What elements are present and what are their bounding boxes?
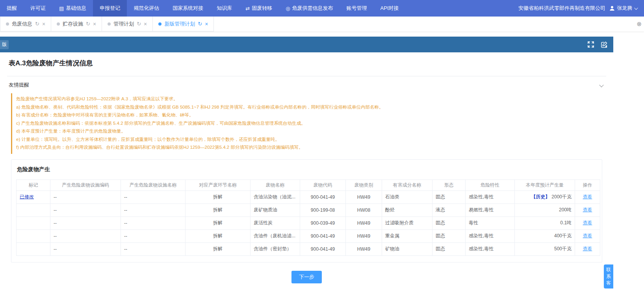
cell-waste_code: 900-039-49 xyxy=(300,216,346,229)
cell-harmful_component: 矿物油 xyxy=(382,242,432,255)
cell-harmful_component: 过滤吸附介质 xyxy=(382,216,432,229)
fullscreen-icon[interactable] xyxy=(587,41,594,48)
tab-label: 管理计划 xyxy=(113,20,134,28)
nav-item-declare-register[interactable]: 申报登记 xyxy=(93,0,127,17)
column-header: 操作 xyxy=(575,179,600,190)
cell-hazard: 感染性,毒性 xyxy=(466,242,515,255)
view-link[interactable]: 查看 xyxy=(583,246,592,251)
refresh-icon[interactable]: ↻ xyxy=(35,21,39,27)
cell-waste_category: HW49 xyxy=(346,216,382,229)
modified-link[interactable]: 已修改 xyxy=(20,194,34,200)
nav-right: 安徽省柏科洪武零部件再制造有限公司 张龙腾 xyxy=(518,0,644,17)
view-link[interactable]: 查看 xyxy=(583,220,592,226)
footer-bar: 下一步 xyxy=(0,271,613,283)
cell-mark: 已修改 xyxy=(17,190,50,203)
cell-facility_code: -- xyxy=(50,242,121,255)
cell-waste_name: 含油沾染物（油泥... xyxy=(251,190,300,203)
nav-item-label: 账号管理 xyxy=(347,5,367,12)
edit-cancel-icon[interactable] xyxy=(601,41,608,48)
cell-waste_category: HW49 xyxy=(346,190,382,203)
cell-harmful_component: 重金属 xyxy=(382,229,432,242)
cell-hazard: 感染性,毒性 xyxy=(466,190,515,203)
cell-facility_name: -- xyxy=(121,203,186,216)
cell-facility_name: -- xyxy=(121,216,186,229)
refresh-icon[interactable]: ↻ xyxy=(137,21,141,27)
basic-info-icon: ▤ xyxy=(59,6,64,11)
nav-item-account-manage[interactable]: 账号管理 xyxy=(340,0,374,17)
reminder-line: c) 产生危险废物设施名称和编码：依据本标准第 5.4.2 部分填写的生产设施名… xyxy=(16,119,603,128)
nav-item-knowledge-base[interactable]: 知识库 xyxy=(210,0,239,17)
nav-item-solid-waste-transfer[interactable]: ⇄固废转移 xyxy=(239,0,279,17)
chevron-down-icon xyxy=(634,6,638,10)
close-icon[interactable]: × xyxy=(144,21,147,27)
table-row: 已修改----拆解含油沾染物（油泥...900-041-49HW49石油类固态感… xyxy=(17,190,600,203)
nav-item-label: 规范化评估 xyxy=(134,5,159,12)
waste-table: 标记产生危险废物设施编码产生危险废物设施名称对应产废环节名称废物名称废物代码废物… xyxy=(16,179,600,256)
user-menu[interactable]: 张龙腾 xyxy=(609,5,637,12)
company-name: 安徽省柏科洪武零部件再制造有限公司 xyxy=(518,5,605,12)
cell-mark xyxy=(17,216,50,229)
nav-item-standard-eval[interactable]: 规范化评估 xyxy=(127,0,166,17)
section-title: 危险废物产生 xyxy=(16,165,597,179)
tab-manage-plan[interactable]: 管理计划↻× xyxy=(102,17,153,31)
tab-storage-facility[interactable]: 贮存设施↻× xyxy=(51,17,102,31)
qty-value: 0.1吨 xyxy=(560,220,572,226)
cell-action: 查看 xyxy=(575,190,600,203)
close-icon[interactable]: × xyxy=(205,21,208,27)
reminder-line: e) 计量单位：填写吨。以升、立方米等体积计量的，应折算成重量吨；以个数作为计量… xyxy=(16,135,603,144)
cell-facility_code: -- xyxy=(50,229,121,242)
tab-waste-info[interactable]: 危废信息↻× xyxy=(0,17,51,31)
nav-item-reminder[interactable]: 提醒 xyxy=(0,0,24,17)
refresh-icon[interactable]: ↻ xyxy=(198,21,202,27)
next-step-button[interactable]: 下一步 xyxy=(291,271,322,283)
refresh-icon[interactable]: ↻ xyxy=(86,21,90,27)
view-link[interactable]: 查看 xyxy=(583,207,592,213)
cell-stage: 拆解 xyxy=(186,203,251,216)
reminder-title: 友情提醒 xyxy=(9,81,29,89)
tab-bar: 危废信息↻×贮存设施↻×管理计划↻×新版管理计划↻× ⊗ xyxy=(0,17,644,31)
contact-service-button[interactable]: 联 系 客 xyxy=(604,264,613,288)
nav-item-label: 许可证 xyxy=(30,5,46,12)
cell-hazard: 感染性,毒性 xyxy=(466,229,515,242)
qty-value: 400千克 xyxy=(554,233,572,239)
tab-label: 新版管理计划 xyxy=(164,20,195,28)
page-title: 表A.3危险废物产生情况信息 xyxy=(0,52,613,68)
table-row: ----拆解含油件（密封垫）900-041-49HW49矿物油固态感染性,毒性5… xyxy=(17,242,600,255)
reminder-box: 危险废物产生情况填写内容参见HJ 1259—2022附录 A.3，填写应满足以下… xyxy=(11,93,607,154)
view-link[interactable]: 查看 xyxy=(583,233,592,239)
cell-waste_name: 含油件（密封垫） xyxy=(251,242,300,255)
column-header: 对应产废环节名称 xyxy=(186,179,251,190)
nav-item-supply-demand-publish[interactable]: ◎危废供需信息发布 xyxy=(279,0,340,17)
cell-action: 查看 xyxy=(575,203,600,216)
nav-item-label: 固废转移 xyxy=(252,5,272,12)
qty-value: 500千克 xyxy=(554,246,572,251)
close-icon[interactable]: × xyxy=(93,21,96,27)
publish-icon: ◎ xyxy=(286,6,290,11)
tab-corner-icon[interactable]: ⊗ xyxy=(637,17,642,31)
nav-item-label: 提醒 xyxy=(7,5,17,12)
cell-waste_category: HW08 xyxy=(346,203,382,216)
nav-item-basic-info[interactable]: ▤基础信息 xyxy=(52,0,93,17)
history-link[interactable]: 【历史】 xyxy=(531,194,550,200)
reminder-header: 友情提醒 xyxy=(0,76,613,92)
nav-menu: 提醒许可证▤基础信息申报登记规范化评估国家系统对接知识库⇄固废转移◎危废供需信息… xyxy=(0,0,406,17)
cell-qty: 400千克 xyxy=(515,229,575,242)
version-chip[interactable]: 版 xyxy=(0,40,9,49)
column-header: 产生危险废物设施名称 xyxy=(121,179,186,190)
reminder-line: b) 有害成分名称：危险废物中对环境有害的主要污染物名称，如苯系物、氰化物、砷等… xyxy=(16,111,603,119)
table-header-row: 标记产生危险废物设施编码产生危险废物设施名称对应产废环节名称废物名称废物代码废物… xyxy=(17,179,600,190)
cell-stage: 拆解 xyxy=(186,242,251,255)
view-link[interactable]: 查看 xyxy=(583,194,592,200)
close-icon[interactable]: × xyxy=(42,21,45,27)
cell-waste_category: HW49 xyxy=(346,242,382,255)
contact-char: 系 xyxy=(604,273,613,280)
tab-new-manage-plan[interactable]: 新版管理计划↻× xyxy=(153,17,214,31)
column-header: 标记 xyxy=(17,179,50,190)
nav-item-api-link[interactable]: API对接 xyxy=(374,0,406,17)
cell-action: 查看 xyxy=(575,216,600,229)
table-row: ----拆解废活性炭900-039-49HW49过滤吸附介质固态毒性0.1吨查看 xyxy=(17,216,600,229)
collapse-chevron-icon[interactable] xyxy=(599,83,603,87)
nav-item-license[interactable]: 许可证 xyxy=(24,0,52,17)
cell-facility_name: -- xyxy=(121,229,186,242)
nav-item-national-system-link[interactable]: 国家系统对接 xyxy=(166,0,210,17)
